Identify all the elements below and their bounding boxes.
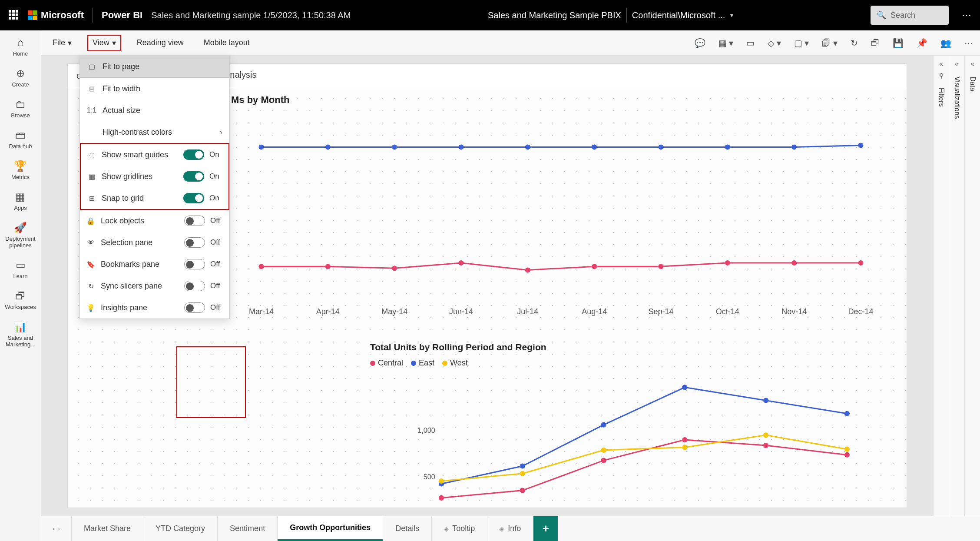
add-page-button[interactable]: + bbox=[533, 516, 558, 541]
svg-point-42 bbox=[763, 398, 768, 403]
toggle-switch[interactable] bbox=[183, 149, 204, 160]
comment-icon[interactable]: 💬 bbox=[695, 38, 705, 48]
nav-pipelines[interactable]: 🚀Deployment pipelines bbox=[0, 220, 41, 250]
toggle-switch[interactable] bbox=[183, 193, 204, 203]
svg-point-13 bbox=[459, 260, 464, 266]
toggle-icon: ↻ bbox=[86, 282, 96, 290]
menu-toggle-snap to grid[interactable]: ⊞ Snap to grid On bbox=[81, 187, 228, 209]
chevron-down-icon[interactable]: ▾ bbox=[730, 12, 733, 19]
nav-metrics[interactable]: 🏆Metrics bbox=[10, 158, 30, 182]
home-icon: ⌂ bbox=[17, 37, 24, 49]
svg-text:Sep-14: Sep-14 bbox=[648, 307, 673, 316]
svg-point-41 bbox=[682, 385, 687, 390]
more-icon[interactable]: ⋯ bbox=[964, 38, 973, 48]
app-name: Power BI bbox=[102, 10, 142, 21]
svg-point-0 bbox=[259, 145, 264, 150]
chart-legend: Central East West bbox=[363, 357, 899, 369]
pin-icon[interactable]: 📌 bbox=[917, 38, 927, 48]
search-input[interactable]: 🔍 Search bbox=[871, 6, 949, 25]
menu-toggle-show gridlines[interactable]: ▦ Show gridlines On bbox=[81, 166, 228, 187]
chart-total-units[interactable]: Total Units by Rolling Period and Region… bbox=[363, 338, 899, 516]
menu-high-contrast[interactable]: High-contrast colors› bbox=[80, 121, 229, 143]
svg-point-40 bbox=[601, 422, 606, 428]
page-tab[interactable]: ◈Tooltip bbox=[432, 516, 487, 541]
svg-point-46 bbox=[601, 448, 606, 453]
view-menu-button[interactable]: View▾ bbox=[87, 35, 121, 51]
text-box-icon[interactable]: ▭ bbox=[746, 38, 755, 48]
nav-learn[interactable]: ▭Learn bbox=[12, 257, 28, 281]
chevron-right-icon: › bbox=[220, 128, 222, 137]
teams-icon[interactable]: 👥 bbox=[940, 38, 951, 48]
page-tab[interactable]: Market Share bbox=[72, 516, 143, 541]
nav-current-report[interactable]: 📊Sales and Marketing... bbox=[0, 319, 41, 349]
menu-toggle-bookmarks pane[interactable]: 🔖 Bookmarks pane Off bbox=[80, 253, 229, 275]
page-tab[interactable]: ◈Info bbox=[487, 516, 533, 541]
actual-size-icon: 1:1 bbox=[87, 106, 96, 114]
trophy-icon: 🏆 bbox=[14, 160, 27, 172]
visual-icon[interactable]: ▢ ▾ bbox=[794, 38, 809, 48]
tab-scroll-arrows[interactable]: ‹› bbox=[41, 516, 72, 541]
page-tab[interactable]: Details bbox=[383, 516, 432, 541]
visualizations-pane-collapsed[interactable]: «Visualizations bbox=[949, 56, 964, 541]
menu-fit-to-width[interactable]: ⊟Fit to width bbox=[80, 78, 229, 100]
toggle-icon: 🔒 bbox=[86, 217, 96, 225]
svg-text:500: 500 bbox=[424, 473, 435, 481]
legend-item[interactable]: East bbox=[411, 358, 434, 368]
svg-text:1,000: 1,000 bbox=[417, 426, 435, 434]
highlighted-toggle-group: ◌ Show smart guides On ▦ Show gridlines … bbox=[80, 143, 229, 210]
save-icon[interactable]: 💾 bbox=[893, 38, 904, 48]
toggle-switch[interactable] bbox=[184, 216, 205, 226]
nav-browse[interactable]: 🗀Browse bbox=[10, 96, 30, 120]
svg-point-6 bbox=[659, 145, 664, 150]
mobile-layout-button[interactable]: Mobile layout bbox=[199, 36, 254, 50]
menu-fit-to-page[interactable]: ▢Fit to page bbox=[80, 56, 229, 78]
file-menu[interactable]: File▾ bbox=[48, 36, 76, 50]
menu-toggle-show smart guides[interactable]: ◌ Show smart guides On bbox=[81, 144, 228, 166]
filters-pane-collapsed[interactable]: «⚲Filters bbox=[933, 56, 949, 541]
svg-point-18 bbox=[791, 260, 797, 266]
report-icon: 📊 bbox=[14, 321, 27, 333]
expand-icon: « bbox=[970, 60, 974, 68]
svg-point-47 bbox=[682, 445, 687, 450]
copy-icon[interactable]: 🗐 ▾ bbox=[822, 38, 838, 48]
legend-item[interactable]: Central bbox=[370, 358, 403, 368]
menu-toggle-selection pane[interactable]: 👁 Selection pane Off bbox=[80, 232, 229, 253]
svg-point-3 bbox=[459, 145, 464, 150]
svg-point-12 bbox=[392, 266, 397, 271]
nav-workspaces[interactable]: 🗗Workspaces bbox=[4, 288, 36, 312]
reading-view-button[interactable]: Reading view bbox=[132, 36, 188, 50]
shapes-icon[interactable]: ◇ ▾ bbox=[768, 38, 781, 48]
nav-home[interactable]: ⌂Home bbox=[12, 35, 29, 59]
breadcrumb[interactable]: Sales and Marketing Sample PBIX Confiden… bbox=[488, 8, 733, 23]
page-tab[interactable]: Sentiment bbox=[218, 516, 278, 541]
toggle-switch[interactable] bbox=[184, 281, 205, 291]
app-launcher-icon[interactable] bbox=[9, 10, 19, 20]
nav-data-hub[interactable]: 🗃Data hub bbox=[8, 127, 33, 151]
nav-apps[interactable]: ▦Apps bbox=[13, 189, 28, 213]
toggle-switch[interactable] bbox=[183, 171, 204, 182]
svg-point-32 bbox=[439, 495, 444, 501]
rocket-icon: 🚀 bbox=[14, 222, 27, 234]
toggle-switch[interactable] bbox=[184, 259, 205, 269]
report-title: Sales and Marketing sample 1/5/2023, 11:… bbox=[151, 10, 351, 20]
duplicate-icon[interactable]: 🗗 bbox=[871, 38, 880, 48]
page-tab[interactable]: YTD Category bbox=[143, 516, 218, 541]
menu-toggle-insights pane[interactable]: 💡 Insights pane Off bbox=[80, 297, 229, 319]
menu-toggle-lock objects[interactable]: 🔒 Lock objects Off bbox=[80, 210, 229, 232]
refresh-icon[interactable]: ↻ bbox=[851, 38, 858, 48]
explore-icon[interactable]: ▦ ▾ bbox=[718, 38, 734, 48]
menu-toggle-sync slicers pane[interactable]: ↻ Sync slicers pane Off bbox=[80, 275, 229, 297]
toolbar-right: 💬 ▦ ▾ ▭ ◇ ▾ ▢ ▾ 🗐 ▾ ↻ 🗗 💾 📌 👥 ⋯ bbox=[695, 38, 973, 48]
svg-point-15 bbox=[592, 264, 597, 269]
toggle-switch[interactable] bbox=[184, 302, 205, 313]
svg-text:May-14: May-14 bbox=[381, 307, 407, 316]
nav-create[interactable]: ⊕Create bbox=[11, 66, 30, 90]
more-icon[interactable]: ⋯ bbox=[962, 10, 971, 21]
page-tab[interactable]: Growth Opportunities bbox=[278, 516, 383, 541]
svg-text:Aug-14: Aug-14 bbox=[582, 307, 607, 316]
svg-point-39 bbox=[520, 463, 525, 468]
legend-item[interactable]: West bbox=[442, 358, 468, 368]
toggle-switch[interactable] bbox=[184, 237, 205, 248]
data-pane-collapsed[interactable]: «Data bbox=[964, 56, 980, 541]
menu-actual-size[interactable]: 1:1Actual size bbox=[80, 100, 229, 121]
